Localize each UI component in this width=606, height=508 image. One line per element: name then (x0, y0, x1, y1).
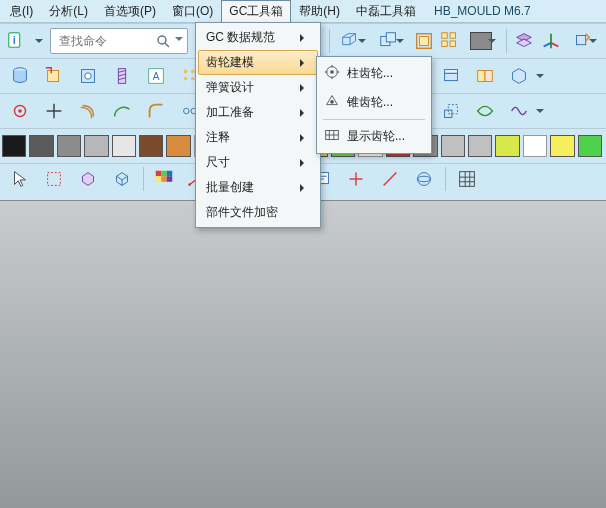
cross-icon[interactable] (38, 96, 70, 126)
select-rect-icon[interactable] (38, 164, 70, 194)
submenu-item-1[interactable]: 锥齿轮... (319, 88, 429, 117)
swatch-3[interactable] (84, 135, 108, 157)
plus2-icon[interactable] (340, 164, 372, 194)
swatch-17[interactable] (468, 135, 492, 157)
axis-icon[interactable] (539, 26, 564, 56)
swatch-2[interactable] (57, 135, 81, 157)
move-icon[interactable] (566, 26, 602, 56)
menu-zhonglei[interactable]: 中磊工具箱 (348, 0, 424, 23)
swatch-5[interactable] (139, 135, 163, 157)
thicken-icon[interactable] (435, 61, 467, 91)
submenu-item-label: 柱齿轮... (347, 65, 419, 82)
layer-icon[interactable] (512, 26, 537, 56)
menu-item-1[interactable]: 齿轮建模 (198, 50, 318, 75)
swatch-1[interactable] (29, 135, 53, 157)
svg-rect-14 (442, 33, 448, 39)
menu-item-label: 注释 (206, 129, 290, 146)
offset-icon[interactable] (72, 96, 104, 126)
svg-text:i: i (13, 34, 16, 46)
menu-analyze[interactable]: 分析(L) (41, 0, 96, 23)
cylinder-icon[interactable] (4, 61, 36, 91)
wireframe-icon[interactable] (106, 164, 138, 194)
gear-show-icon (323, 126, 341, 147)
fillet2-icon[interactable] (140, 96, 172, 126)
svg-point-68 (188, 183, 191, 186)
menu-window[interactable]: 窗口(O) (164, 0, 221, 23)
gear-cyl-icon (323, 63, 341, 84)
info-icon[interactable]: i (4, 26, 28, 56)
search-input[interactable] (57, 33, 151, 49)
svg-rect-60 (48, 173, 61, 186)
scale-icon[interactable] (435, 96, 467, 126)
shell-icon[interactable] (411, 26, 436, 56)
text-icon[interactable]: A (140, 61, 172, 91)
sew-icon[interactable] (469, 61, 501, 91)
svg-rect-40 (478, 71, 485, 82)
swatch-16[interactable] (441, 135, 465, 157)
menu-info[interactable]: 息(I) (2, 0, 41, 23)
search-input-container (50, 28, 188, 54)
color-dd-icon[interactable] (465, 26, 501, 56)
workspace-canvas[interactable] (0, 200, 606, 508)
svg-rect-66 (167, 176, 173, 182)
swatch-19[interactable] (523, 135, 547, 157)
grid-icon[interactable] (451, 164, 483, 194)
svg-point-86 (330, 70, 334, 74)
menu-item-7[interactable]: 部件文件加密 (198, 200, 318, 225)
menu-prefs[interactable]: 首选项(P) (96, 0, 164, 23)
search-dd-icon[interactable] (175, 37, 183, 45)
menu-item-0[interactable]: GC 数据规范 (198, 25, 318, 50)
unite-icon[interactable] (373, 26, 409, 56)
swatch-20[interactable] (550, 135, 574, 157)
sphere-icon[interactable] (408, 164, 440, 194)
submenu-arrow-icon (300, 59, 308, 67)
swatch-21[interactable] (578, 135, 602, 157)
submenu-arrow-icon (300, 84, 308, 92)
menu-item-label: 批量创建 (206, 179, 290, 196)
menu-gc-toolbox[interactable]: GC工具箱 (221, 0, 291, 23)
color-grid-icon[interactable] (149, 164, 179, 194)
menu-item-2[interactable]: 弹簧设计 (198, 75, 318, 100)
sketch-symbol-icon[interactable] (4, 96, 36, 126)
svg-rect-23 (48, 71, 59, 82)
svg-line-3 (165, 43, 169, 47)
gcurve-icon[interactable] (469, 96, 501, 126)
submenu-arrow-icon (300, 134, 308, 142)
svg-rect-21 (576, 36, 585, 45)
wave-icon[interactable] (503, 96, 549, 126)
svg-point-43 (18, 109, 22, 113)
menu-item-4[interactable]: 注释 (198, 125, 318, 150)
svg-rect-17 (450, 41, 456, 47)
search-icon[interactable] (155, 33, 171, 49)
diag-icon[interactable] (374, 164, 406, 194)
svg-rect-62 (161, 171, 167, 177)
hole-icon[interactable] (72, 61, 104, 91)
extrude-icon[interactable] (334, 26, 370, 56)
swatch-6[interactable] (166, 135, 190, 157)
submenu-item-0[interactable]: 柱齿轮... (319, 59, 429, 88)
svg-rect-64 (156, 176, 162, 182)
swatch-18[interactable] (495, 135, 519, 157)
menu-item-6[interactable]: 批量创建 (198, 175, 318, 200)
solid-dd-icon[interactable] (503, 61, 549, 91)
gc-toolbox-menu: GC 数据规范齿轮建模弹簧设计加工准备注释尺寸批量创建部件文件加密 (195, 22, 321, 228)
menu-item-3[interactable]: 加工准备 (198, 100, 318, 125)
select-solid-icon[interactable] (72, 164, 104, 194)
info-dd-icon[interactable] (30, 26, 48, 56)
submenu-separator (323, 119, 425, 120)
svg-point-91 (330, 100, 334, 104)
menu-help[interactable]: 帮助(H) (291, 0, 348, 23)
cursor-icon[interactable] (4, 164, 36, 194)
gear-bevel-icon (323, 92, 341, 113)
pattern-icon[interactable] (438, 26, 463, 56)
submenu-arrow-icon (300, 34, 308, 42)
swatch-4[interactable] (112, 135, 136, 157)
arc-icon[interactable] (106, 96, 138, 126)
menu-item-5[interactable]: 尺寸 (198, 150, 318, 175)
svg-rect-63 (167, 171, 173, 177)
thread-icon[interactable] (106, 61, 138, 91)
submenu-item-2[interactable]: 显示齿轮... (319, 122, 429, 151)
svg-rect-41 (485, 71, 492, 82)
wrap-icon[interactable] (38, 61, 70, 91)
swatch-0[interactable] (2, 135, 26, 157)
